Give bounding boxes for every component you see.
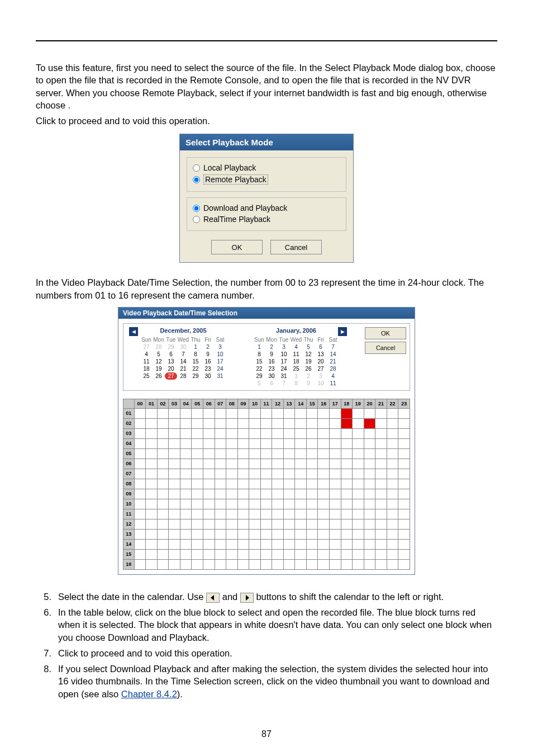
step-8: If you select Download Playback and afte… bbox=[58, 663, 497, 700]
ok-button[interactable]: OK bbox=[211, 240, 263, 254]
paragraph-2: Click to proceed and to void this operat… bbox=[36, 115, 497, 127]
playback-method-group: Download and Playback RealTime Playback bbox=[187, 197, 346, 231]
chapter-link[interactable]: Chapter 8.4.2 bbox=[121, 689, 177, 699]
playback-source-group: Local Playback Remote Playback bbox=[187, 157, 346, 192]
camera-hour-grid[interactable]: 0001020304050607080910111213141516171819… bbox=[123, 399, 410, 570]
calendar-next-button[interactable]: ▶ bbox=[338, 327, 347, 336]
step-6: In the table below, click on the blue bl… bbox=[58, 606, 497, 644]
paragraph-3: In the Video Playback Date/Time Selectio… bbox=[36, 276, 497, 301]
vpd-ok-button[interactable]: OK bbox=[365, 327, 406, 339]
download-playback-radio[interactable]: Download and Playback bbox=[193, 202, 340, 214]
arrow-right-icon bbox=[240, 593, 254, 603]
dialog-title: Select Playback Mode bbox=[180, 134, 353, 150]
calendar-prev-button[interactable]: ◀ bbox=[129, 327, 138, 336]
step-5: Select the date in the calendar. Use and… bbox=[58, 590, 444, 603]
local-playback-radio[interactable]: Local Playback bbox=[193, 162, 340, 173]
step-7: Click to proceed and to void this operat… bbox=[58, 647, 232, 659]
calendar-left[interactable]: December, 2005 SunMonTueWedThuFriSat2728… bbox=[127, 327, 240, 387]
select-playback-mode-dialog: Select Playback Mode Local Playback Remo… bbox=[179, 134, 354, 263]
arrow-left-icon bbox=[206, 593, 220, 603]
remote-playback-radio[interactable]: Remote Playback bbox=[193, 173, 340, 186]
video-playback-datetime-dialog: Video Playback Date/Time Selection ◀ ▶ O… bbox=[118, 307, 415, 575]
vpd-title: Video Playback Date/Time Selection bbox=[118, 308, 415, 319]
vpd-cancel-button[interactable]: Cancel bbox=[365, 342, 406, 354]
cancel-button[interactable]: Cancel bbox=[270, 240, 322, 254]
horizontal-rule bbox=[36, 40, 497, 41]
page-number: 87 bbox=[0, 729, 533, 739]
calendar-wrap: ◀ ▶ OK Cancel December, 2005 SunMonTueWe… bbox=[123, 323, 410, 391]
paragraph-1: To use this feature, first you need to s… bbox=[36, 62, 497, 111]
realtime-playback-radio[interactable]: RealTime Playback bbox=[193, 214, 340, 225]
